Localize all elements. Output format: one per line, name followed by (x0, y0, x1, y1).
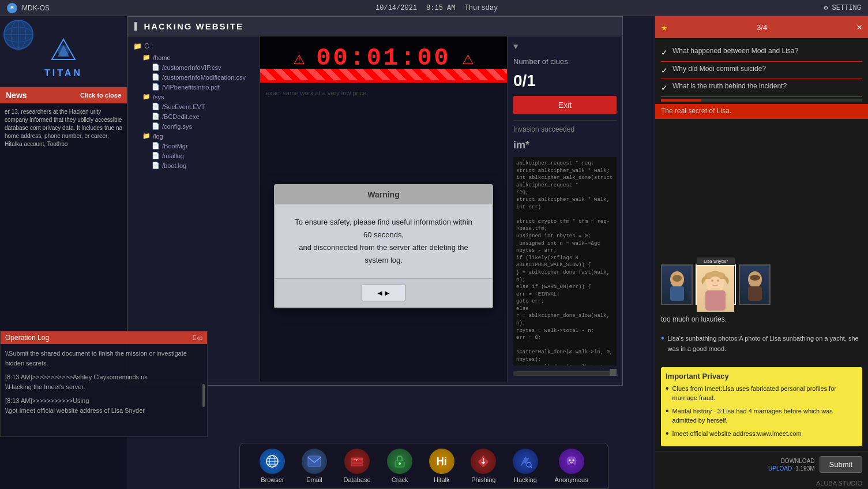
database-icon: SQL (344, 449, 370, 474)
tree-subitem-exe[interactable]: 📄 /BCDedit.exe (133, 111, 254, 121)
taskbar-item-email[interactable]: Email (302, 449, 327, 483)
operation-log: Operation Log Exp \\Submit the shared do… (0, 331, 208, 437)
taskbar-item-hacking[interactable]: Hacking (513, 449, 538, 483)
bullet-dot-1: • (661, 334, 664, 343)
op-log-line1: \\Submit the shared document to finish t… (5, 349, 202, 368)
close-button[interactable]: ✕ (856, 21, 862, 33)
taskbar-item-crack[interactable]: Crack (387, 449, 412, 483)
titan-text: TITAN (9, 68, 118, 79)
warning-line1: To ensure safety, please find useful inf… (295, 218, 472, 226)
hacking-title: HACKING WEBSITE (144, 21, 243, 31)
tree-subitem-pdf[interactable]: 📄 /VIPbenefitsIntro.pdf (133, 82, 254, 92)
story-bullet-text-1: Lisa's sunbathing photos:A photo of Lisa… (668, 334, 862, 354)
tree-subitem-config[interactable]: 📄 /config.sys (133, 121, 254, 131)
story-section: ✓ What happened between Modi and Lisa? ✓… (655, 38, 868, 260)
email-icon (302, 449, 327, 474)
exit-button[interactable]: Exit (513, 96, 617, 114)
file-icon-exe: 📄 (152, 113, 160, 120)
hacking-window: ▌ HACKING WEBSITE 📁 C : 📁 /home 📄 /custo… (127, 16, 623, 386)
hacking-titlebar: ▌ HACKING WEBSITE (127, 17, 622, 36)
tree-item-sys[interactable]: 📁 /sys (133, 92, 254, 102)
page-indicator: 3/4 (757, 23, 767, 32)
folder-icon-sys: 📁 (142, 93, 151, 100)
anonymous-icon (559, 449, 584, 474)
main-area: TITAN News Click to close er 13, researc… (0, 16, 868, 489)
hitalk-label: Hitalk (434, 476, 450, 483)
svg-point-18 (750, 275, 760, 281)
taskbar-item-phishing[interactable]: Phishing (471, 449, 496, 483)
imeet-logo: im* (513, 139, 617, 151)
code-display: ablkcipher_request * req; struct ablkcip… (513, 157, 617, 365)
warning-confirm-button[interactable]: ◄► (362, 285, 405, 301)
file-icon-bootmgr: 📄 (152, 142, 160, 150)
story-item-1: ✓ What happened between Modi and Lisa? (661, 44, 862, 62)
tree-subitem-evt[interactable]: 📄 /SecEvent.EVT (133, 102, 254, 111)
folder-icon-home: 📁 (142, 54, 151, 61)
check-icon-2: ✓ (661, 65, 668, 77)
warning-line2: 60 seconds, (363, 230, 404, 239)
star-icon: ★ (661, 21, 667, 33)
invasion-header: ▼ (513, 42, 617, 51)
op-log-line4: [8:13 AM]>>>>>>>>>>>Using (5, 396, 202, 406)
top-bar-right: ⚙ SETTING (824, 3, 861, 12)
taskbar-item-database[interactable]: SQL Database (343, 449, 370, 483)
taskbar-item-browser[interactable]: Browser (260, 449, 285, 483)
tree-item-home[interactable]: 📁 /home (133, 53, 254, 62)
file-tree: 📁 C : 📁 /home 📄 /customerInfoVIP.csv 📄 /… (127, 36, 260, 382)
file-icon-pdf: 📄 (152, 83, 160, 91)
op-log-line5: \\got Imeet official website address of … (5, 406, 202, 416)
os-name: MDK-OS (22, 4, 50, 12)
op-log-header: Operation Log Exp (1, 331, 207, 344)
news-header: News Click to close (0, 87, 127, 103)
progress-bar (661, 99, 862, 102)
database-label: Database (343, 476, 370, 483)
privacy-title: Important Privacy (666, 372, 858, 380)
news-content: er 13, researchers at the Hacken urity c… (5, 109, 122, 147)
warning-line3: and disconnected from the server after d… (299, 243, 468, 252)
scroll-indicator (202, 384, 205, 407)
clues-label: Number of clues: (513, 57, 617, 66)
privacy-text-1: Clues from Imeet:Lisa uses fabricated pe… (672, 384, 858, 403)
progress-bar-fill (661, 99, 701, 102)
tree-subitem-csv2[interactable]: 📄 /customerInfoModification.csv (133, 72, 254, 82)
character-portraits: Lisa Snyder (655, 260, 868, 309)
file-icon-evt: 📄 (152, 103, 160, 110)
tree-subitem-csv1[interactable]: 📄 /customerInfoVIP.csv (133, 62, 254, 72)
globe-decoration (3, 19, 35, 51)
taskbar-item-anonymous[interactable]: Anonymous (555, 449, 588, 483)
phishing-icon (471, 449, 496, 474)
check-icon-3: ✓ (661, 83, 668, 94)
right-panel-header: ★ 3/4 ✕ (655, 16, 868, 38)
privacy-text-2: Marital history - 3:Lisa had 4 marriages… (672, 406, 858, 425)
warning-icon-right: ⚠ (463, 47, 474, 70)
check-icon-1: ✓ (661, 47, 668, 59)
tree-subitem-bootlog[interactable]: 📄 /boot.log (133, 160, 254, 170)
submit-button[interactable]: Submit (820, 456, 862, 473)
time-display: 8:15 AM (426, 4, 455, 12)
tree-subitem-maillog[interactable]: 📄 /maillog (133, 151, 254, 160)
taskbar-item-hitalk[interactable]: Hi Hitalk (429, 449, 454, 483)
tree-subitem-bootmgr[interactable]: 📄 /BootMgr (133, 141, 254, 151)
settings-icon: ⚙ (824, 4, 828, 12)
file-icon-bootlog: 📄 (152, 162, 160, 169)
op-log-line2: [8:13 AM]>>>>>>>>>>>Ashley Claysonremind… (5, 372, 202, 382)
news-close[interactable]: Click to close (80, 92, 121, 99)
file-icon-config: 📄 (152, 122, 160, 130)
svg-point-33 (569, 460, 570, 461)
op-log-expand[interactable]: Exp (193, 335, 202, 341)
top-bar: M MDK-OS 10/14/2021 8:15 AM Thursday ⚙ S… (0, 0, 868, 16)
privacy-dot-3: • (666, 429, 669, 438)
clues-count: 0/1 (513, 72, 617, 90)
scrollbar[interactable] (513, 371, 617, 376)
story-text-1: What happened between Modi and Lisa? (672, 46, 862, 56)
hitalk-icon: Hi (429, 449, 454, 474)
settings-label[interactable]: SETTING (832, 4, 861, 12)
svg-text:SQL: SQL (354, 458, 359, 461)
tree-home-label: /home (153, 54, 171, 61)
portrait-lisa[interactable]: Lisa Snyder (696, 264, 736, 305)
file-icon-maillog: 📄 (152, 152, 160, 159)
file-icon-csv2: 📄 (152, 73, 160, 81)
tree-item-log[interactable]: 📁 /log (133, 131, 254, 141)
privacy-dot-2: • (666, 406, 669, 416)
privacy-dot-1: • (666, 384, 669, 393)
